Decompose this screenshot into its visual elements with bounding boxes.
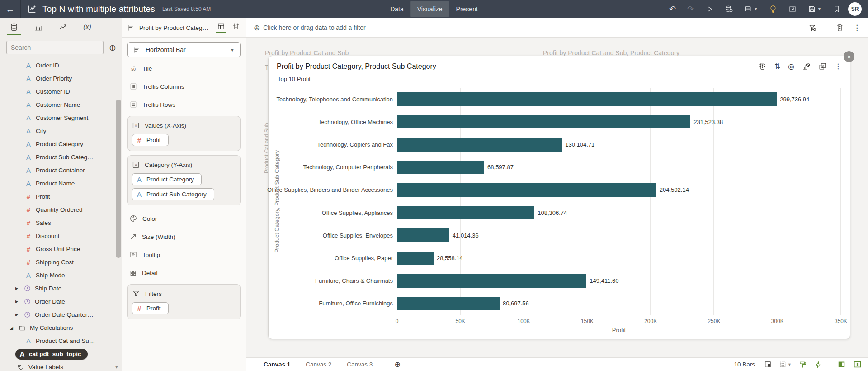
canvas-tab-1[interactable]: Canvas 1 (264, 361, 290, 368)
style-brush-icon[interactable] (799, 361, 807, 369)
toggle-center-pane-icon[interactable] (853, 360, 862, 369)
chart-type-select[interactable]: Horizontal Bar ▼ (127, 42, 241, 57)
bar[interactable] (397, 161, 484, 174)
field-customer-segment[interactable]: ACustomer Segment (0, 111, 122, 124)
tab-present[interactable]: Present (449, 1, 485, 17)
run-icon[interactable] (705, 5, 713, 13)
field-profit[interactable]: #Profit (0, 190, 122, 203)
comment-icon[interactable]: ▼ (744, 5, 758, 13)
expand-icon[interactable]: ▶ (15, 286, 20, 290)
field-order-date-quarter[interactable]: ▶Order Date Quarter… (0, 308, 122, 321)
field-value-labels[interactable]: Value Labels (0, 361, 122, 371)
bar[interactable] (397, 206, 534, 219)
selected-field-pill: Acat pdt_sub_topic (15, 349, 88, 360)
refresh-data-icon[interactable] (725, 5, 733, 13)
field-discount[interactable]: #Discount (0, 229, 122, 243)
bar-value-label: 41,014.36 (453, 232, 479, 239)
field-cat-pdt-sub-topic[interactable]: Acat pdt_sub_topic (0, 347, 122, 361)
auto-apply-data-icon[interactable] (814, 361, 822, 369)
snap-grid-icon[interactable]: ▼ (779, 361, 792, 368)
add-filter-button[interactable]: ⊕ Click here or drag data to add a filte… (254, 23, 366, 33)
close-icon[interactable]: × (844, 51, 854, 62)
field-shipping-cost[interactable]: #Shipping Cost (0, 256, 122, 269)
field-ship-mode[interactable]: AShip Mode (0, 269, 122, 282)
more-options-icon[interactable]: ⋮ (853, 23, 861, 33)
toggle-right-pane-icon[interactable] (837, 360, 846, 369)
bar[interactable] (397, 252, 434, 265)
add-data-icon[interactable]: ⊕ (109, 43, 116, 52)
duplicate-visual-icon[interactable] (818, 62, 827, 71)
search-input[interactable] (6, 41, 104, 54)
sidebar-scrollbar[interactable] (116, 100, 121, 258)
grammar-slot-color[interactable]: Color (127, 209, 241, 228)
insights-icon[interactable] (769, 5, 777, 13)
scroll-down-icon[interactable]: ▾ (115, 363, 118, 370)
field-quantity-ordered[interactable]: #Quantity Ordered (0, 203, 122, 216)
more-options-icon[interactable]: ⋮ (835, 63, 842, 70)
open-window-icon[interactable] (788, 5, 797, 13)
expand-icon[interactable]: ▶ (15, 300, 20, 304)
bar[interactable] (397, 138, 562, 152)
bar[interactable] (397, 183, 656, 197)
field-city[interactable]: ACity (0, 124, 122, 138)
field-ship-date[interactable]: ▶Ship Date (0, 282, 122, 295)
grammar-slot-trellis-columns[interactable]: Trellis Columns (127, 77, 241, 95)
advanced-analytics-icon[interactable] (802, 62, 811, 71)
canvas-properties-icon[interactable] (764, 361, 772, 368)
field-order-date[interactable]: ▶Order Date (0, 295, 122, 308)
expand-icon[interactable]: ▶ (15, 313, 20, 317)
settings-tab[interactable] (231, 22, 241, 33)
canvas-tab-2[interactable]: Canvas 2 (306, 361, 331, 368)
redo-icon[interactable]: ↷ (687, 5, 694, 13)
grammar-tab[interactable] (216, 22, 226, 33)
pill-profit[interactable]: #Profit (132, 134, 169, 146)
undo-icon[interactable]: ↶ (669, 5, 676, 13)
save-icon[interactable]: ▼ (808, 5, 821, 13)
pill-profit[interactable]: #Profit (132, 302, 169, 314)
pill-product-sub-category[interactable]: AProduct Sub Category (132, 188, 214, 200)
field-product-cat-and-su[interactable]: AProduct Cat and Su… (0, 334, 122, 347)
field-gross-unit-price[interactable]: #Gross Unit Price (0, 243, 122, 256)
field-product-category[interactable]: AProduct Category (0, 138, 122, 151)
field-order-priority[interactable]: AOrder Priority (0, 72, 122, 85)
tab-data[interactable]: Data (383, 1, 410, 17)
pill-product-category[interactable]: AProduct Category (132, 173, 202, 186)
field-product-container[interactable]: AProduct Container (0, 164, 122, 177)
back-icon[interactable]: ← (0, 0, 21, 18)
field-my-calculations[interactable]: ◢My Calculations (0, 321, 122, 334)
sort-icon[interactable]: ⇅ (774, 63, 780, 70)
panel-tab-analytics[interactable] (56, 23, 70, 35)
field-customer-id[interactable]: ACustomer ID (0, 85, 122, 98)
panel-tab-calculations[interactable]: (x) (80, 23, 94, 34)
field-customer-name[interactable]: ACustomer Name (0, 98, 122, 111)
field-label: Customer Name (36, 101, 80, 108)
bar-value-label: 28,558.14 (437, 255, 463, 262)
collapse-icon[interactable]: ◢ (10, 326, 14, 330)
tab-visualize[interactable]: Visualize (410, 1, 449, 17)
field-product-name[interactable]: AProduct Name (0, 177, 122, 190)
bar[interactable] (397, 115, 690, 128)
conditional-formatting-icon[interactable] (758, 62, 767, 71)
avatar[interactable]: SR (848, 2, 862, 16)
field-order-id[interactable]: AOrder ID (0, 59, 122, 72)
grammar-slot-size-width[interactable]: Size (Width) (127, 228, 241, 246)
panel-tab-visualizations[interactable] (32, 23, 45, 35)
panel-tab-data[interactable] (7, 23, 21, 35)
grammar-slot-trellis-rows[interactable]: Trellis Rows (127, 95, 241, 114)
bookmark-icon[interactable] (833, 5, 841, 13)
grammar-slot-tooltip[interactable]: Tooltip (127, 246, 241, 264)
field-sales[interactable]: #Sales (0, 216, 122, 229)
field-product-sub-categ[interactable]: AProduct Sub Categ… (0, 151, 122, 164)
add-canvas-icon[interactable]: ⊕ (394, 360, 400, 369)
drill-icon[interactable]: ◎ (788, 63, 794, 70)
conditional-formatting-icon[interactable] (835, 24, 844, 32)
grammar-slot-detail[interactable]: Detail (127, 264, 241, 282)
filter-options-icon[interactable] (808, 24, 817, 32)
grammar-slot-tile[interactable]: 50Tile (127, 59, 241, 77)
canvas-tab-3[interactable]: Canvas 3 (347, 361, 373, 368)
visualization-tile[interactable]: × Profit by Product Category, Product Su… (268, 56, 850, 339)
bar[interactable] (397, 228, 449, 242)
bar[interactable] (397, 297, 500, 310)
bar[interactable] (397, 274, 586, 288)
bar[interactable] (397, 92, 777, 106)
